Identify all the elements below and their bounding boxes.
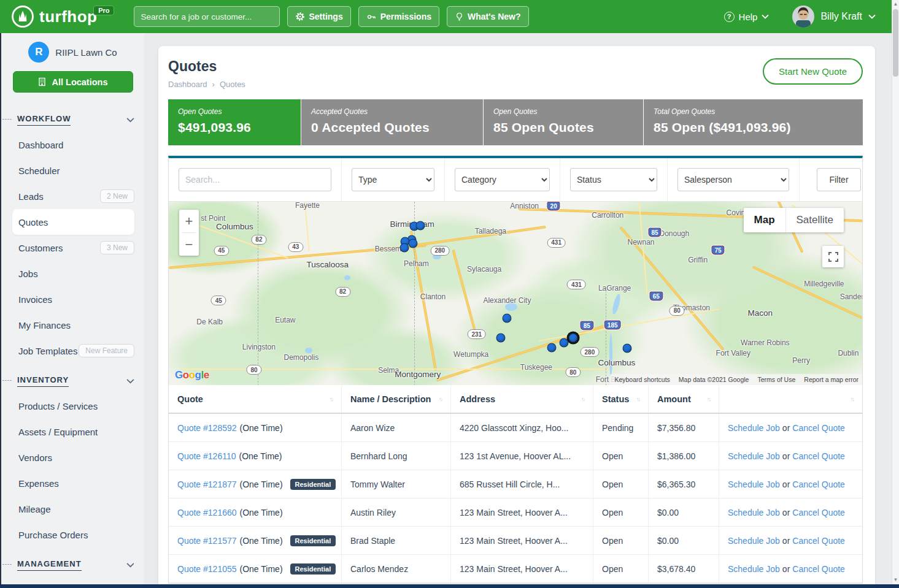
sidebar-item-mileage[interactable]: Mileage [1,496,144,522]
sidebar-section-workflow[interactable]: WORKFLOW [1,111,134,128]
avatar[interactable] [792,6,814,28]
sidebar-item-leads[interactable]: Leads2 New [1,183,144,209]
cancel-quote-link[interactable]: Cancel Quote [792,536,845,546]
map-attribution-link[interactable]: Terms of Use [757,376,795,383]
scroll-down-icon[interactable]: ▼ [892,576,899,584]
sidebar-item-expenses[interactable]: Expenses [1,470,144,496]
sidebar-item-products-services[interactable]: Products / Services [1,393,144,419]
map-view-button[interactable]: Map [744,208,785,232]
bottom-edge-strip [0,584,899,588]
column-header-quote[interactable]: Quote↑↓ [169,385,342,413]
us-route-shield: 45 [214,246,229,256]
map-attribution-link[interactable]: Report a map error [804,376,858,383]
page-scrollbar[interactable]: ▲ ▼ [892,0,899,588]
all-locations-button[interactable]: All Locations [13,71,133,93]
map[interactable]: st PointFayetteColumbusTuscaloosaBirming… [169,201,862,385]
sidebar-item-vendors[interactable]: Vendors [1,445,144,470]
sort-icon[interactable]: ↑↓ [702,396,710,402]
quote-map-marker[interactable] [416,221,425,230]
quote-map-marker[interactable] [496,334,506,343]
name-cell: Bernhard Long [342,442,451,470]
filter-select-status[interactable]: Status [570,168,657,191]
sort-icon[interactable]: ↑↓ [631,396,639,402]
quote-map-marker[interactable] [408,239,417,248]
stat-value: $491,093.96 [178,120,291,135]
filter-select-type[interactable]: Type [352,168,434,191]
sidebar-item-scheduler[interactable]: Scheduler [1,158,144,183]
sidebar-item-purchase-orders[interactable]: Purchase Orders [1,522,144,548]
permissions-button[interactable]: Permissions [358,6,439,27]
user-name[interactable]: Billy Kraft [820,11,862,22]
sort-icon[interactable]: ↑↓ [576,396,584,402]
scrollbar-thumb[interactable] [893,9,898,77]
quotes-search-input[interactable] [179,168,331,191]
schedule-job-link[interactable]: Schedule Job [728,536,780,546]
sidebar-item-customers[interactable]: Customers3 New [1,235,144,261]
sort-icon[interactable]: ↑↓ [434,396,442,402]
schedule-job-link[interactable]: Schedule Job [728,508,780,517]
sort-icon[interactable]: ↑↓ [325,396,333,402]
sidebar-section-inventory[interactable]: INVENTORY [1,372,134,389]
schedule-job-link[interactable]: Schedule Job [728,451,780,461]
schedule-job-link[interactable]: Schedule Job [728,564,780,574]
sidebar-item-my-finances[interactable]: My Finances [1,312,144,338]
cancel-quote-link[interactable]: Cancel Quote [792,451,845,461]
quote-link[interactable]: Quote #128592 [177,423,237,433]
column-header-actions[interactable]: ↑↓ [719,385,862,413]
map-city-label: st Point [201,214,225,223]
start-new-quote-button[interactable]: Start New Quote [763,58,863,85]
settings-button[interactable]: Settings [287,6,350,27]
map-attribution-link[interactable]: Keyboard shortcuts [614,376,669,383]
sort-icon[interactable]: ↑↓ [846,396,854,402]
filter-select-category[interactable]: Category [455,168,550,191]
help-menu[interactable]: ? Help [724,12,770,22]
breadcrumb-dashboard[interactable]: Dashboard [168,80,207,89]
sidebar-item-label: Invoices [18,294,52,305]
cancel-quote-link[interactable]: Cancel Quote [792,508,845,517]
schedule-job-link[interactable]: Schedule Job [728,423,780,433]
quote-link[interactable]: Quote #121660 [177,508,237,517]
quote-link[interactable]: Quote #126110 [177,451,236,461]
sidebar-item-jobs[interactable]: Jobs [1,261,144,286]
quote-link[interactable]: Quote #121577 [177,536,237,546]
scroll-up-icon[interactable]: ▲ [892,0,899,9]
column-header-name-description[interactable]: Name / Description↑↓ [342,385,451,413]
quote-map-marker[interactable] [568,334,577,343]
quote-map-marker[interactable] [560,338,569,348]
sidebar-item-invoices[interactable]: Invoices [1,286,144,312]
column-header-address[interactable]: Address↑↓ [451,385,593,413]
satellite-view-button[interactable]: Satellite [785,208,844,232]
column-header-status[interactable]: Status↑↓ [593,385,649,413]
google-logo[interactable]: Google [175,369,209,381]
fullscreen-button[interactable] [822,246,844,267]
brand-logo[interactable]: turfhop Pro [0,5,106,28]
sidebar-item-job-templates[interactable]: Job TemplatesNew Feature [1,338,144,364]
cancel-quote-link[interactable]: Cancel Quote [792,423,845,433]
schedule-job-link[interactable]: Schedule Job [728,479,780,489]
map-attribution-link[interactable]: Map data ©2021 Google [679,376,749,383]
sidebar-item-assets-equipment[interactable]: Assets / Equipment [1,419,144,445]
name-cell: Carlos Mendez [342,555,451,582]
sidebar-item-dashboard[interactable]: Dashboard [1,132,144,158]
column-header-amount[interactable]: Amount↑↓ [649,385,719,413]
filter-button[interactable]: Filter [817,168,861,191]
amount-cell: $6,365.30 [649,470,719,498]
quote-map-marker[interactable] [503,314,512,323]
zoom-out-button[interactable]: − [179,233,199,256]
status-cell: Pending [593,414,649,441]
quote-link[interactable]: Quote #121055 [177,564,237,574]
quote-map-marker[interactable] [400,243,409,252]
quote-map-marker[interactable] [622,344,631,353]
quote-link[interactable]: Quote #121877 [177,479,237,489]
sidebar-section-management[interactable]: MANAGEMENT [1,556,134,573]
sidebar-item-quotes[interactable]: Quotes [12,209,134,235]
quote-map-marker[interactable] [547,343,556,353]
zoom-in-button[interactable]: + [179,210,199,232]
cancel-quote-link[interactable]: Cancel Quote [792,479,845,489]
whats-new-button[interactable]: What's New? [447,6,529,27]
global-search-input[interactable] [134,6,280,27]
quote-cell: Quote #121877(One Time)Residential [169,470,342,498]
cancel-quote-link[interactable]: Cancel Quote [792,564,845,574]
filter-select-salesperson[interactable]: Salesperson [677,168,789,191]
company-row[interactable]: R RIIPL Lawn Co [1,42,144,63]
